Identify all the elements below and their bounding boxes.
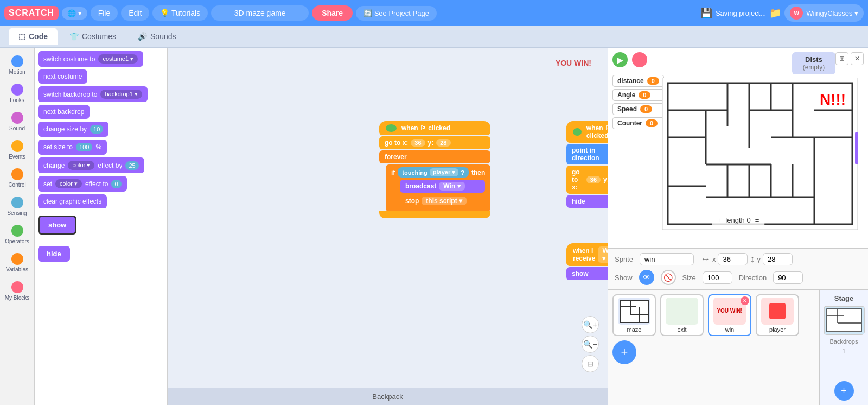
file-menu[interactable]: File (91, 5, 118, 21)
y-input[interactable] (763, 253, 793, 265)
backpack-bar[interactable]: Backpack (168, 388, 608, 405)
sidebar: Motion Looks Sound Events Control Sensin… (0, 48, 35, 405)
x-input[interactable] (718, 253, 748, 265)
variables-overlay: distance 0 Angle 0 Speed 0 Counter 0 (612, 75, 664, 129)
tab-code[interactable]: ⬚ Code (9, 28, 58, 45)
show-block-canvas[interactable]: show (566, 267, 608, 280)
tab-sounds[interactable]: 🔊 Sounds (128, 28, 186, 45)
direction-label: Direction (739, 274, 767, 282)
top-nav: SCRATCH 🌐 ▾ File Edit 💡 Tutorials Share … (0, 0, 868, 26)
stop-this-script[interactable]: stop this script ▾ (400, 194, 485, 207)
scratch-logo: SCRATCH (4, 6, 59, 20)
sprite-name-exit: exit (677, 326, 686, 333)
var-distance: distance 0 (612, 75, 664, 87)
when-receive-win[interactable]: when I receive Win ▾ (566, 243, 608, 266)
when-flag-clicked-2[interactable]: when 🏳 clicked (566, 121, 608, 143)
block-next-backdrop[interactable]: next backdrop (38, 105, 90, 119)
sidebar-item-events[interactable]: Events (2, 137, 33, 163)
svg-rect-21 (621, 300, 648, 322)
sidebar-item-sound[interactable]: Sound (2, 109, 33, 135)
point-in-direction[interactable]: point in direction 90 (566, 144, 608, 164)
share-button[interactable]: Share (312, 5, 353, 21)
block-hide[interactable]: hide (38, 246, 70, 262)
svg-rect-20 (855, 132, 858, 164)
sprite-list-area: maze exit ✕ YOU WIN! win (608, 290, 868, 405)
size-input[interactable] (703, 271, 732, 284)
sidebar-item-sensing[interactable]: Sensing (2, 193, 33, 219)
direction-input[interactable] (773, 271, 803, 284)
zoom-controls: 🔍+ 🔍− ⊟ (582, 316, 599, 372)
sidebar-item-operators[interactable]: Operators (2, 222, 33, 248)
sidebar-item-myblocks[interactable]: My Blocks (2, 278, 33, 304)
sidebar-label-control: Control (8, 182, 25, 188)
folder-icon[interactable]: 📁 (769, 7, 781, 19)
backpack-label: Backpack (372, 393, 403, 401)
sidebar-item-variables[interactable]: Variables (2, 250, 33, 276)
edit-menu[interactable]: Edit (121, 5, 149, 21)
dists-content: (empty) (799, 64, 829, 71)
tutorials-btn[interactable]: 💡 Tutorials (152, 5, 208, 21)
sidebar-item-looks[interactable]: Looks (2, 80, 33, 106)
add-backdrop-btn[interactable]: + (834, 381, 854, 401)
sprite-thumb-maze (618, 298, 650, 325)
block-set-effect[interactable]: set color ▾ effect to 0 (38, 176, 127, 192)
show-toggle[interactable]: 👁 (639, 270, 654, 285)
hide-block-2[interactable]: hide (566, 195, 608, 208)
block-show[interactable]: show (38, 216, 76, 235)
sidebar-label-sound: Sound (9, 125, 25, 131)
block-change-size[interactable]: change size by 10 (38, 122, 108, 137)
sidebar-item-motion[interactable]: Motion (2, 52, 33, 78)
hide-toggle[interactable]: 🚫 (661, 270, 676, 285)
avatar: W (790, 7, 803, 20)
sprite-card-exit[interactable]: exit (660, 294, 704, 336)
stage-thumb-svg (825, 307, 864, 334)
code-icon: ⬚ (18, 32, 25, 41)
sprite-card-maze[interactable]: maze (612, 294, 656, 336)
add-sprite-btn[interactable]: + (612, 340, 636, 364)
block-set-size[interactable]: set size to 100 % (38, 140, 107, 155)
sprite-card-player[interactable]: player (756, 294, 799, 336)
zoom-out-btn[interactable]: 🔍− (582, 336, 599, 353)
stage-area: ▶ ⊡ ⊞ ✕ distance 0 Angle 0 Sp (608, 48, 868, 249)
green-flag-btn[interactable]: ▶ (612, 52, 628, 67)
forever-block[interactable]: forever (379, 150, 490, 163)
go-to-xy-2[interactable]: go to x: 36 y: 28 (566, 166, 608, 194)
broadcast-win[interactable]: broadcast Win ▾ (400, 180, 485, 193)
block-switch-costume[interactable]: switch costume to costume1 ▾ (38, 51, 143, 67)
sprite-thumb-exit (666, 298, 698, 325)
zoom-in-btn[interactable]: 🔍+ (582, 316, 599, 333)
block-group-2: when 🏳 clicked point in direction 90 go … (566, 121, 608, 209)
block-clear-effects[interactable]: clear graphic effects (38, 194, 107, 208)
you-win-text: YOU WIN! (556, 59, 591, 67)
sprite-name-row: Sprite ↔ x ↕ y (615, 253, 861, 265)
sprite-name-input[interactable] (640, 253, 694, 265)
see-project-button[interactable]: 🔄 See Project Page (356, 6, 437, 21)
sprite-name-player: player (769, 326, 786, 333)
stop-btn[interactable] (632, 52, 647, 67)
large-stage-btn[interactable]: ⊞ (835, 52, 848, 65)
sprite-name-maze: maze (627, 326, 642, 333)
when-flag-clicked-1[interactable]: when 🏳 clicked (379, 121, 490, 135)
sidebar-item-control[interactable]: Control (2, 165, 33, 191)
sprite-card-win[interactable]: ✕ YOU WIN! win (708, 294, 751, 336)
tab-costumes[interactable]: 👕 Costumes (60, 28, 126, 45)
show-block-wrapper: show (38, 211, 164, 239)
project-name-input[interactable] (211, 5, 309, 21)
block-switch-backdrop[interactable]: switch backdrop to backdrop1 ▾ (38, 86, 148, 102)
zoom-reset-btn[interactable]: ⊟ (582, 355, 599, 372)
go-to-xy-1[interactable]: go to x: 36 y: 28 (379, 136, 490, 149)
if-block[interactable]: if touching player ▾ ? then broadcast Wi… (386, 164, 490, 212)
canvas-area[interactable]: YOU WIN! when 🏳 clicked go to x: 36 y: 2… (168, 48, 608, 405)
main-layout: Motion Looks Sound Events Control Sensin… (0, 48, 868, 405)
block-change-effect[interactable]: change color ▾ effect by 25 (38, 157, 144, 173)
block-group-1: when 🏳 clicked go to x: 36 y: 28 forever… (379, 121, 490, 218)
globe-btn[interactable]: 🌐 ▾ (62, 7, 87, 20)
user-menu[interactable]: W WiingyClasses ▾ (784, 4, 864, 22)
maze-container: N!!! (662, 78, 858, 235)
y-label: y (757, 255, 761, 263)
dists-title: Dists (799, 55, 829, 64)
block-next-costume[interactable]: next costume (38, 69, 87, 84)
fullscreen-btn[interactable]: ✕ (851, 52, 864, 65)
stage-thumb[interactable] (824, 306, 865, 335)
sprite-delete-win[interactable]: ✕ (741, 296, 749, 305)
